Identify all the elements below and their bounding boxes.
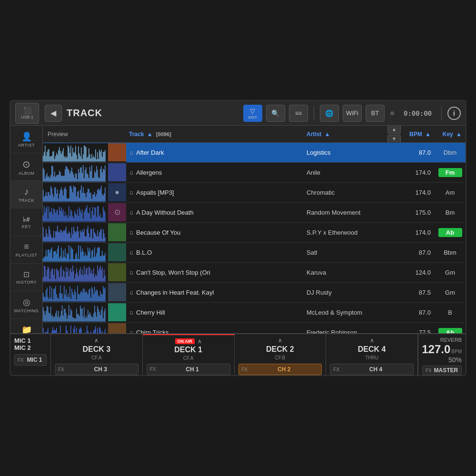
sidebar-item-key[interactable]: ♭# KEY — [10, 208, 42, 236]
svg-rect-1033 — [94, 301, 95, 302]
track-thumbnail: ● — [108, 183, 126, 201]
svg-rect-317 — [68, 201, 69, 202]
table-row[interactable]: ♫B.L.OSatl87.0Bbm — [43, 243, 466, 263]
svg-rect-246 — [97, 170, 98, 181]
sidebar-item-history[interactable]: ⊡ HiStoRy — [10, 264, 42, 291]
track-waveform — [43, 163, 126, 182]
svg-rect-62 — [72, 148, 73, 161]
svg-rect-395 — [105, 201, 106, 202]
table-row[interactable]: ♫Chirp TricksFrederic Robinson77.5Ab — [43, 323, 466, 333]
svg-rect-123 — [101, 161, 102, 162]
svg-rect-1137 — [81, 321, 82, 322]
usb-button[interactable]: ⬛ USB 1 — [15, 103, 39, 124]
info-button[interactable]: i — [447, 107, 461, 120]
track-sort-arrow: ▲ — [147, 131, 153, 138]
svg-rect-275 — [48, 201, 49, 202]
svg-rect-1053 — [104, 301, 105, 302]
svg-rect-681 — [52, 261, 53, 262]
svg-rect-976 — [68, 293, 69, 301]
svg-rect-70 — [76, 155, 77, 161]
svg-rect-839 — [65, 281, 66, 282]
svg-rect-676 — [50, 249, 51, 261]
svg-rect-58 — [70, 145, 71, 161]
track-thumbnail — [108, 323, 126, 334]
svg-rect-595 — [74, 241, 75, 242]
svg-rect-1101 — [64, 321, 65, 322]
fx-bar-ch4[interactable]: FX CH 4 — [330, 364, 414, 375]
svg-rect-48 — [66, 156, 67, 161]
track-bpm-value: 175.0 — [401, 209, 435, 216]
svg-rect-604 — [79, 238, 80, 241]
svg-rect-526 — [105, 212, 106, 221]
bluetooth-button[interactable]: BT — [366, 105, 385, 122]
status-dot — [390, 111, 394, 115]
svg-rect-754 — [88, 247, 89, 261]
svg-rect-837 — [64, 281, 65, 282]
menu-button[interactable]: ≡≡ — [289, 105, 308, 122]
tracks-list[interactable]: ♫After DarkLogistics87.0Dbm♫AllergensAni… — [43, 143, 466, 333]
svg-rect-482 — [84, 212, 85, 221]
svg-rect-971 — [65, 301, 66, 302]
svg-rect-620 — [87, 229, 88, 241]
svg-rect-896 — [92, 274, 93, 281]
track-key-value: B — [435, 309, 466, 316]
wifi-button[interactable]: WiFi — [343, 105, 362, 122]
sidebar-item-track[interactable]: ♪ TRACK — [10, 181, 42, 208]
table-row[interactable]: ♫AllergensAnile174.0Fm — [43, 163, 466, 183]
filter-edit-button[interactable]: ▽ EDIT — [243, 105, 262, 122]
svg-rect-373 — [94, 201, 95, 202]
table-row[interactable]: ♫Because Of YouS.P.Y x Etherwood174.0Ab — [43, 223, 466, 243]
fx-bar-ch3[interactable]: FX CH 3 — [55, 364, 139, 375]
table-row[interactable]: ♫Can't Stop, Won't Stop (OriKaruva124.0G… — [43, 263, 466, 283]
table-row[interactable]: ●♫Aspalls [MP3]Chromatic174.0Am — [43, 183, 466, 203]
svg-rect-251 — [99, 181, 100, 182]
svg-rect-740 — [81, 252, 82, 261]
svg-rect-173 — [62, 181, 63, 182]
table-row[interactable]: ♫Changes in Heart Feat. KaylDJ Rusty87.5… — [43, 283, 466, 303]
svg-rect-446 — [67, 214, 68, 221]
svg-rect-1316 — [104, 332, 105, 333]
svg-rect-387 — [101, 201, 102, 202]
svg-rect-1045 — [100, 301, 101, 302]
sidebar-item-folder[interactable]: 📁 FOLDER — [10, 319, 42, 333]
svg-rect-338 — [78, 190, 79, 201]
svg-rect-278 — [50, 195, 50, 201]
svg-rect-331 — [74, 201, 75, 202]
table-row[interactable]: ⊙♫A Day Without DeathRandom Movement175.… — [43, 203, 466, 223]
scroll-up-button[interactable]: ▲ — [387, 126, 401, 134]
sidebar-item-matching[interactable]: ◎ MATCHING — [10, 291, 42, 319]
fx-bar-ch2[interactable]: FX CH 2 — [238, 364, 322, 375]
fx-bar-mic[interactable]: FX MIC 1 — [14, 354, 47, 366]
svg-rect-728 — [75, 254, 76, 261]
svg-rect-1077 — [52, 321, 53, 322]
svg-rect-454 — [70, 209, 71, 221]
table-row[interactable]: ♫Cherry HillMcLeod & Symptom87.0B — [43, 303, 466, 323]
table-row[interactable]: ♫After DarkLogistics87.0Dbm — [43, 143, 466, 163]
folder-icon: 📁 — [21, 325, 32, 334]
sidebar-item-playlist[interactable]: ≡ PLAYLIST — [10, 236, 42, 264]
scroll-down-button[interactable]: ▼ — [387, 135, 401, 143]
sidebar-item-artist[interactable]: 👤 ARTIST — [10, 126, 42, 153]
svg-rect-730 — [76, 252, 77, 261]
sidebar-item-album[interactable]: ⊙ ALBUM — [10, 153, 42, 181]
svg-rect-504 — [94, 207, 95, 221]
back-button[interactable]: ◀ — [45, 105, 62, 122]
svg-rect-1014 — [86, 290, 87, 301]
svg-rect-952 — [56, 294, 57, 301]
svg-rect-361 — [89, 201, 89, 202]
fx-bar-ch1[interactable]: FX CH 1 — [147, 364, 230, 375]
svg-rect-810 — [51, 268, 52, 281]
svg-rect-147 — [50, 181, 50, 182]
history-icon: ⊡ — [23, 270, 30, 279]
svg-rect-69 — [75, 161, 76, 162]
svg-rect-650 — [101, 228, 102, 241]
mic1-label: MIC 1 — [14, 337, 47, 344]
fx-bar-master[interactable]: FX MASTER — [422, 366, 462, 375]
svg-rect-670 — [48, 249, 49, 261]
globe-button[interactable]: 🌐 — [320, 105, 339, 122]
svg-rect-965 — [62, 301, 63, 302]
svg-rect-403 — [46, 221, 47, 222]
search-button[interactable]: 🔍 — [266, 105, 285, 122]
svg-rect-1013 — [85, 301, 86, 302]
svg-rect-949 — [54, 301, 55, 302]
